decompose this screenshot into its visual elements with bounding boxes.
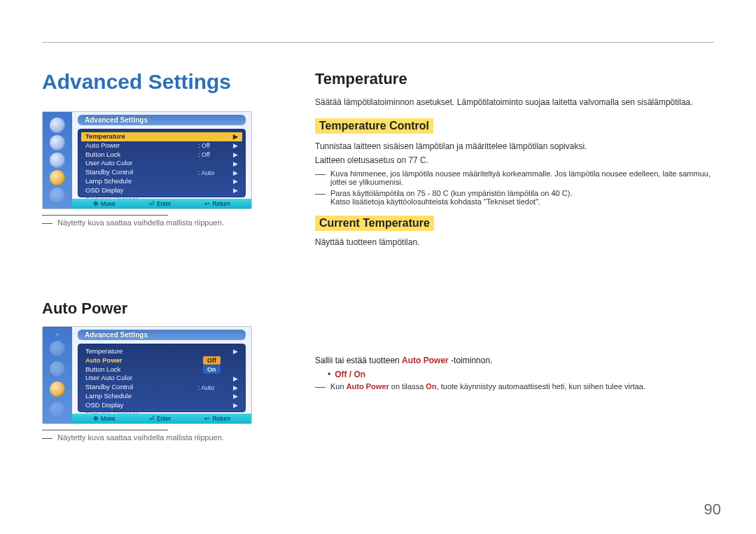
osd-icon [56, 333, 59, 336]
enter-icon: ⏎ [149, 200, 155, 207]
subheading-current-temperature: Current Temperature [315, 216, 434, 231]
gear-icon [50, 170, 65, 185]
autopower-note: Kun Auto Power on tilassa On, tuote käyn… [315, 382, 714, 391]
return-icon: ↩ [204, 200, 210, 207]
osd-icon [50, 402, 65, 417]
osd-item: Standby Control: Auto▶ [85, 383, 238, 392]
header-rule [42, 42, 714, 43]
osd-item: OSD Display▶ [85, 401, 238, 410]
page-number: 90 [704, 500, 721, 519]
enter-icon: ⏎ [149, 415, 155, 422]
osd-menu-list: Temperature▶ Auto PowerOff Button LockOn… [78, 344, 246, 412]
osd-icon [50, 361, 65, 377]
osd-nav-bar: ✥Move ⏎Enter ↩Return [72, 414, 251, 423]
osd-menu-list: Temperature▶ Auto Power: Off▶ Button Loc… [78, 129, 246, 197]
figure-caption: Näytetty kuva saattaa vaihdella mallista… [42, 433, 294, 442]
osd-item: Standby Control: Auto▶ [85, 168, 238, 177]
osd-item: Lamp Schedule▶ [85, 392, 238, 401]
osd-item: Temperature▶ [85, 347, 238, 356]
return-icon: ↩ [204, 415, 210, 422]
temperature-note-2: Paras käyttölämpötila on 75 - 80 C (kun … [315, 189, 714, 206]
osd-item: Button Lock: Off▶ [85, 150, 238, 160]
temperature-control-body: Tunnistaa laitteen sisäisen lämpötilan j… [315, 141, 714, 167]
osd-item: User Auto Color▶ [85, 159, 238, 168]
osd-icon [50, 188, 65, 203]
osd-title: Advanced Settings [78, 330, 246, 340]
figure-osd-2: Advanced Settings Temperature▶ Auto Powe… [42, 326, 294, 442]
figure-rule [42, 430, 168, 430]
temperature-intro: Säätää lämpötilatoiminnon asetukset. Läm… [315, 97, 714, 108]
osd-screenshot-2: Advanced Settings Temperature▶ Auto Powe… [42, 326, 252, 424]
figure-rule [42, 215, 168, 216]
move-icon: ✥ [93, 200, 99, 207]
osd-title: Advanced Settings [78, 115, 246, 125]
autopower-intro: Sallii tai estää tuotteen Auto Power -to… [315, 356, 714, 365]
osd-side-icons [43, 112, 72, 209]
figure-caption: Näytetty kuva saattaa vaihdella mallista… [42, 218, 294, 227]
gear-icon [50, 381, 65, 397]
osd-icon [50, 341, 65, 356]
osd-icon [50, 118, 65, 133]
osd-item: User Auto Color▶ [85, 374, 238, 383]
page-title: Advanced Settings [42, 70, 294, 94]
osd-item: Auto Power: Off▶ [85, 141, 238, 150]
osd-side-icons [43, 327, 72, 423]
osd-item-autopower: Auto PowerOff [85, 356, 238, 365]
osd-item: Button LockOn [85, 365, 238, 374]
osd-screenshot-1: Advanced Settings Temperature▶ Auto Powe… [42, 111, 252, 209]
osd-nav-bar: ✥Move ⏎Enter ↩Return [72, 199, 251, 209]
osd-item-temperature: Temperature▶ [81, 132, 242, 141]
temperature-note-1: Kuva himmenee, jos lämpötila nousee määr… [315, 169, 714, 186]
osd-item: OSD Display▶ [85, 186, 238, 195]
autopower-option: •Off / On [328, 370, 714, 379]
move-icon: ✥ [93, 415, 99, 422]
osd-icon [50, 135, 65, 150]
autopower-body: Sallii tai estää tuotteen Auto Power -to… [315, 356, 714, 391]
figure-osd-1: Advanced Settings Temperature▶ Auto Powe… [42, 111, 294, 227]
subheading-temperature-control: Temperature Control [315, 118, 433, 134]
section-heading-autopower: Auto Power [42, 300, 294, 318]
osd-item: Lamp Schedule▶ [85, 177, 238, 186]
osd-icon [50, 153, 65, 168]
current-temperature-body: Näyttää tuotteen lämpötilan. [315, 237, 714, 248]
section-heading-temperature: Temperature [315, 70, 714, 88]
